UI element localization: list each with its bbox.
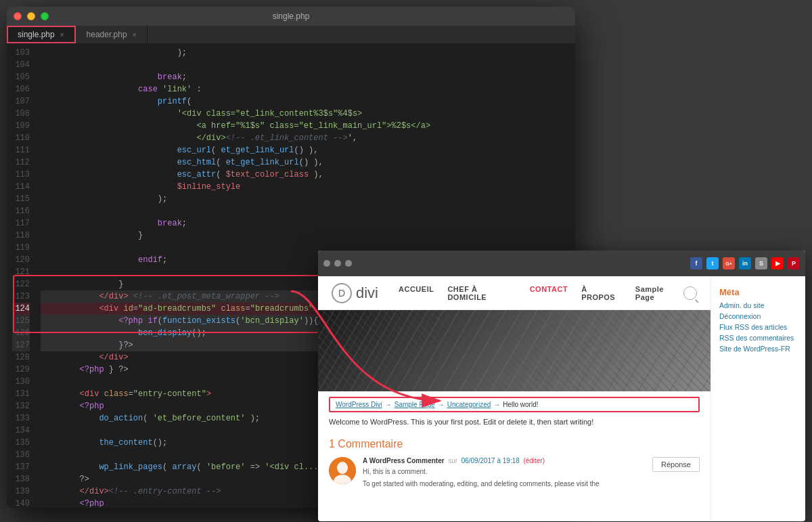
post-content: WordPress Divi → Sample Page → Uncategor… xyxy=(318,391,710,438)
breadcrumb-sep-1: → xyxy=(385,401,392,408)
code-line: case 'link' : xyxy=(41,83,575,95)
sidebar-title: Méta xyxy=(719,287,797,297)
breadcrumb-uncategorized[interactable]: Uncategorized xyxy=(447,401,491,408)
window-title: single.php xyxy=(273,12,310,21)
breadcrumb-sample[interactable]: Sample Page xyxy=(394,401,435,408)
code-line: } xyxy=(41,230,575,242)
code-line: esc_attr( $text_color_class ), xyxy=(41,169,575,181)
svg-point-4 xyxy=(337,462,348,474)
comment-avatar xyxy=(329,457,356,484)
tab-label: header.php xyxy=(87,30,127,39)
code-line: break; xyxy=(41,217,575,230)
code-line: ); xyxy=(41,193,575,205)
code-line: <a href="%1$s" class="et_link_main_url">… xyxy=(41,120,575,132)
comments-section: 1 Commentaire A WordPress Commenter xyxy=(318,438,710,494)
code-line: </div><!-- .et_link_content -->', xyxy=(41,132,575,144)
sidebar-link-admin[interactable]: Admin. du site xyxy=(719,301,797,309)
breadcrumb-bar: WordPress Divi → Sample Page → Uncategor… xyxy=(329,397,700,412)
comment-text-line1: Hi, this is a comment. xyxy=(363,467,646,477)
browser-preview-window: f t G+ in S ▶ P D divi ACCUEIL CHEF À DO… xyxy=(318,251,805,521)
logo-text: divi xyxy=(356,284,378,302)
comment-author-line: A WordPress Commenter sur 06/09/2017 à 1… xyxy=(363,457,646,464)
minimize-button[interactable] xyxy=(27,12,35,20)
code-line: ); xyxy=(41,47,575,59)
code-line: printf( xyxy=(41,95,575,108)
code-line xyxy=(41,59,575,71)
code-line: break; xyxy=(41,71,575,83)
site-sidebar: Méta Admin. du site Déconnexion Flux RSS… xyxy=(710,276,805,521)
comment-box: A WordPress Commenter sur 06/09/2017 à 1… xyxy=(329,457,700,489)
code-line: esc_url( et_get_link_url() ), xyxy=(41,144,575,156)
search-icon[interactable] xyxy=(683,286,697,300)
hero-image xyxy=(318,310,710,391)
editor-tabs: single.php × header.php × xyxy=(7,26,575,44)
comment-date-link[interactable]: 06/09/2017 à 19:18 xyxy=(461,457,520,464)
breadcrumb-home[interactable]: WordPress Divi xyxy=(336,401,382,408)
browser-social-icons: f t G+ in S ▶ P xyxy=(690,257,800,269)
nav-apropos[interactable]: À PROPOS xyxy=(581,285,622,301)
breadcrumb-sep-2: → xyxy=(438,401,445,408)
code-line: $inline_style xyxy=(41,181,575,193)
tab-single-php[interactable]: single.php × xyxy=(7,26,76,43)
site-content: D divi ACCUEIL CHEF À DOMICILE CONTACT À… xyxy=(318,276,805,521)
breadcrumb-current: Hello world! xyxy=(503,401,538,408)
tab-label: single.php xyxy=(18,30,55,39)
breadcrumb-sep-3: → xyxy=(493,401,500,408)
nav-contact[interactable]: CONTACT xyxy=(530,285,568,301)
code-line: esc_html( et_get_link_url() ), xyxy=(41,156,575,169)
comments-title: 1 Commentaire xyxy=(329,438,700,450)
tab-close-icon[interactable]: × xyxy=(133,31,137,39)
browser-btn-1 xyxy=(323,260,330,267)
nav-items: ACCUEIL CHEF À DOMICILE CONTACT À PROPOS… xyxy=(399,285,683,301)
browser-btn-2 xyxy=(334,260,341,267)
browser-chrome: f t G+ in S ▶ P xyxy=(318,251,805,276)
browser-btn-3 xyxy=(345,260,352,267)
sidebar-link-wordpress-fr[interactable]: Site de WordPress-FR xyxy=(719,345,797,353)
pinterest-icon[interactable]: P xyxy=(788,257,800,269)
post-welcome-text: Welcome to WordPress. This is your first… xyxy=(329,418,700,426)
share-icon[interactable]: S xyxy=(755,257,767,269)
sidebar-link-rss-comments[interactable]: RSS des commentaires xyxy=(719,334,797,342)
facebook-icon[interactable]: f xyxy=(690,257,702,269)
code-line xyxy=(41,205,575,217)
comment-author: A WordPress Commenter xyxy=(363,457,445,464)
youtube-icon[interactable]: ▶ xyxy=(771,257,784,269)
nav-chef[interactable]: CHEF À DOMICILE xyxy=(447,285,516,301)
nav-accueil[interactable]: ACCUEIL xyxy=(399,285,434,301)
linkedin-icon[interactable]: in xyxy=(739,257,751,269)
tab-close-icon[interactable]: × xyxy=(60,31,64,39)
line-numbers: 103104105106 107108109110 111112113114 1… xyxy=(7,44,35,507)
tab-header-php[interactable]: header.php × xyxy=(76,26,148,43)
nav-sample[interactable]: Sample Page xyxy=(635,285,683,301)
googleplus-icon[interactable]: G+ xyxy=(723,257,735,269)
code-line: '<div class="et_link_content%3$s"%4$s> xyxy=(41,108,575,120)
site-logo: D divi xyxy=(332,283,378,303)
maximize-button[interactable] xyxy=(41,12,49,20)
comment-body: A WordPress Commenter sur 06/09/2017 à 1… xyxy=(363,457,646,489)
reply-button[interactable]: Réponse xyxy=(652,457,700,472)
comment-meta: sur 06/09/2017 à 19:18 (éditer) xyxy=(446,457,545,464)
sidebar-link-logout[interactable]: Déconnexion xyxy=(719,312,797,320)
sidebar-link-rss-articles[interactable]: Flux RSS des articles xyxy=(719,323,797,331)
site-nav: D divi ACCUEIL CHEF À DOMICILE CONTACT À… xyxy=(318,276,710,310)
twitter-icon[interactable]: t xyxy=(706,257,719,269)
close-button[interactable] xyxy=(14,12,22,20)
comment-reply: Réponse xyxy=(652,457,700,472)
comment-text-line2: To get started with moderating, editing,… xyxy=(363,479,646,489)
svg-rect-2 xyxy=(318,310,710,391)
logo-circle: D xyxy=(332,283,352,303)
site-main: D divi ACCUEIL CHEF À DOMICILE CONTACT À… xyxy=(318,276,710,521)
titlebar: single.php xyxy=(7,7,575,26)
